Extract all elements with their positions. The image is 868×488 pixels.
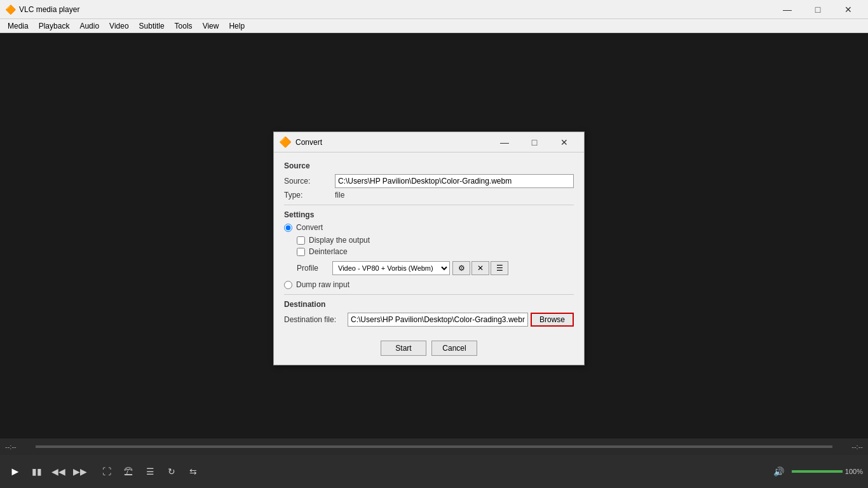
destination-file-label: Destination file: <box>284 315 348 324</box>
destination-section: Destination Destination file: Browse <box>284 300 574 327</box>
dialog-close-button[interactable]: ✕ <box>550 133 579 151</box>
profile-new-button[interactable]: ☰ <box>491 261 508 275</box>
destination-section-label: Destination <box>284 300 574 309</box>
deinterlace-label[interactable]: Deinterlace <box>309 247 348 256</box>
profile-delete-button[interactable]: ✕ <box>471 261 489 275</box>
volume-bar[interactable] <box>792 470 843 473</box>
volume-label: 100% <box>845 468 863 475</box>
menu-subtitle[interactable]: Subtitle <box>134 20 170 32</box>
stop-button[interactable]: ▮▮ <box>27 461 47 482</box>
controls-bar: ► ▮▮ ◀◀ ▶▶ ⛶ ⛱ ☰ ↻ ⇆ 🔊 100% <box>0 455 868 488</box>
time-left: --:-- <box>5 443 31 451</box>
time-right: --:-- <box>837 443 863 451</box>
cancel-button[interactable]: Cancel <box>431 341 477 356</box>
progress-track[interactable] <box>36 445 832 448</box>
loop-button[interactable]: ↻ <box>161 461 182 482</box>
dialog-icon: 🔶 <box>279 136 292 148</box>
menu-view[interactable]: View <box>198 20 224 32</box>
destination-input[interactable] <box>348 313 528 327</box>
destination-row: Destination file: Browse <box>284 313 574 327</box>
bottom-area: --:-- --:-- ► ▮▮ ◀◀ ▶▶ ⛶ ⛱ ☰ ↻ ⇆ 🔊 100% <box>0 438 868 488</box>
type-label: Type: <box>284 191 335 200</box>
dump-raw-row: Dump raw input <box>284 280 574 289</box>
play-button[interactable]: ► <box>5 461 25 482</box>
profile-select[interactable]: Video - VP80 + Vorbis (Webm) Video - H.2… <box>332 261 450 275</box>
dump-raw-label[interactable]: Dump raw input <box>296 280 349 289</box>
convert-radio-label[interactable]: Convert <box>296 223 323 232</box>
volume-section: 🔊 100% <box>769 461 863 482</box>
playlist-button[interactable]: ☰ <box>140 461 160 482</box>
profile-label: Profile <box>297 264 332 273</box>
settings-section-label: Settings <box>284 210 574 219</box>
progress-bar-area: --:-- --:-- <box>0 438 868 455</box>
convert-dialog: 🔶 Convert — □ ✕ Source Source: Type: fil… <box>273 132 585 365</box>
source-input[interactable] <box>335 174 574 188</box>
menu-video[interactable]: Video <box>104 20 133 32</box>
profile-buttons: ⚙ ✕ ☰ <box>452 261 508 275</box>
browse-button[interactable]: Browse <box>531 313 574 327</box>
app-title: VLC media player <box>19 5 773 14</box>
extended-settings-button[interactable]: ⛱ <box>118 461 139 482</box>
display-output-checkbox[interactable] <box>297 236 305 245</box>
display-output-row: Display the output <box>297 236 574 245</box>
dialog-title: Convert <box>295 138 490 147</box>
window-controls: — □ ✕ <box>773 1 863 18</box>
type-value: file <box>335 191 344 200</box>
title-bar: 🔶 VLC media player — □ ✕ <box>0 0 868 19</box>
app-icon: 🔶 <box>5 4 15 15</box>
start-button[interactable]: Start <box>381 341 426 356</box>
close-button[interactable]: ✕ <box>834 1 863 18</box>
fullscreen-button[interactable]: ⛶ <box>97 461 117 482</box>
dump-raw-radio[interactable] <box>284 281 292 289</box>
divider-2 <box>284 294 574 295</box>
dialog-title-bar: 🔶 Convert — □ ✕ <box>274 132 584 152</box>
deinterlace-checkbox[interactable] <box>297 248 305 256</box>
menu-help[interactable]: Help <box>224 20 250 32</box>
prev-button[interactable]: ◀◀ <box>48 461 69 482</box>
convert-radio-row: Convert <box>284 223 574 232</box>
volume-fill <box>792 470 843 473</box>
next-button[interactable]: ▶▶ <box>70 461 90 482</box>
profile-edit-button[interactable]: ⚙ <box>452 261 470 275</box>
display-output-label[interactable]: Display the output <box>309 236 370 245</box>
dialog-maximize-button[interactable]: □ <box>520 133 549 151</box>
menu-media[interactable]: Media <box>3 20 34 32</box>
maximize-button[interactable]: □ <box>803 1 832 18</box>
menu-bar: Media Playback Audio Video Subtitle Tool… <box>0 19 868 33</box>
dialog-footer: Start Cancel <box>274 334 584 365</box>
menu-playback[interactable]: Playback <box>34 20 75 32</box>
source-row: Source: <box>284 174 574 188</box>
main-area: 🔶 Convert — □ ✕ Source Source: Type: fil… <box>0 33 868 438</box>
menu-audio[interactable]: Audio <box>74 20 104 32</box>
volume-icon: 🔊 <box>769 461 789 482</box>
profile-row: Profile Video - VP80 + Vorbis (Webm) Vid… <box>297 261 574 275</box>
settings-section: Settings Convert Display the output Dein… <box>284 210 574 289</box>
random-button[interactable]: ⇆ <box>183 461 203 482</box>
type-row: Type: file <box>284 191 574 200</box>
convert-radio[interactable] <box>284 224 292 232</box>
source-section-label: Source <box>284 161 574 170</box>
source-label: Source: <box>284 177 335 186</box>
dialog-controls: — □ ✕ <box>490 133 579 151</box>
menu-tools[interactable]: Tools <box>170 20 198 32</box>
dialog-content: Source Source: Type: file Settings Conve… <box>274 152 584 334</box>
divider-1 <box>284 205 574 205</box>
deinterlace-row: Deinterlace <box>297 247 574 256</box>
dialog-minimize-button[interactable]: — <box>490 133 519 151</box>
minimize-button[interactable]: — <box>773 1 802 18</box>
